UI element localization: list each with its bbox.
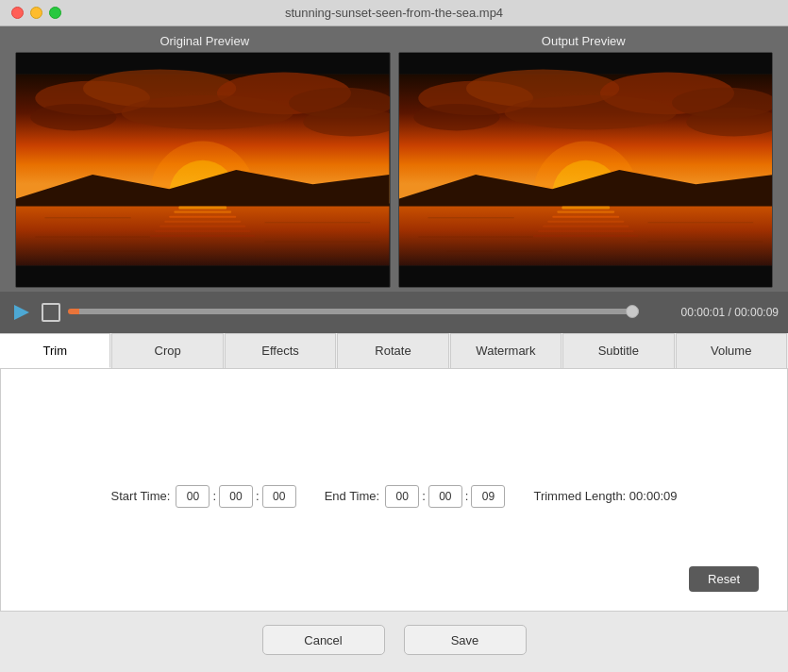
tab-effects[interactable]: Effects — [225, 333, 336, 368]
end-minutes[interactable] — [428, 485, 462, 508]
svg-rect-21 — [150, 235, 256, 237]
trimmed-length-group: Trimmed Length: 00:00:09 — [533, 489, 677, 503]
time-display: 00:00:01 / 00:00:09 — [646, 306, 779, 319]
tabs-row: Trim Crop Effects Rotate Watermark Subti… — [0, 333, 788, 369]
stop-button[interactable] — [42, 303, 60, 322]
minimize-button[interactable] — [30, 7, 42, 19]
svg-point-36 — [504, 95, 677, 130]
trim-controls: Start Time: : : End Time: : — [29, 426, 759, 566]
svg-rect-18 — [164, 221, 241, 223]
start-time-fields: : : — [176, 485, 295, 508]
timeline-thumb[interactable] — [626, 305, 639, 318]
start-seconds[interactable] — [262, 485, 296, 508]
maximize-button[interactable] — [49, 7, 61, 19]
original-video-frame — [16, 53, 390, 287]
svg-rect-20 — [155, 230, 250, 232]
bottom-buttons: Cancel Save — [0, 612, 788, 672]
tab-volume[interactable]: Volume — [676, 333, 787, 368]
svg-rect-44 — [557, 211, 614, 213]
svg-rect-45 — [552, 216, 619, 218]
svg-rect-48 — [538, 230, 633, 232]
svg-rect-1 — [16, 265, 390, 287]
preview-labels: Original Preview Output Preview — [15, 34, 773, 48]
svg-rect-16 — [174, 211, 231, 213]
start-time-label: Start Time: — [111, 489, 171, 503]
end-seconds[interactable] — [471, 485, 505, 508]
controls-bar: 00:00:01 / 00:00:09 — [0, 292, 788, 333]
tab-trim[interactable]: Trim — [0, 333, 110, 368]
svg-rect-29 — [399, 265, 773, 287]
svg-point-8 — [122, 95, 294, 130]
svg-rect-17 — [169, 216, 236, 218]
tab-content-trim: Start Time: : : End Time: : — [0, 369, 788, 612]
start-minutes[interactable] — [219, 485, 253, 508]
original-video — [15, 52, 391, 288]
svg-rect-47 — [543, 226, 629, 227]
start-sep-1: : — [212, 489, 216, 503]
tab-watermark[interactable]: Watermark — [450, 333, 562, 368]
svg-point-35 — [413, 104, 499, 130]
tab-rotate[interactable]: Rotate — [337, 333, 448, 368]
play-button[interactable] — [9, 300, 34, 325]
svg-rect-19 — [159, 226, 245, 227]
trimmed-length-label: Trimmed Length: 00:00:09 — [533, 489, 677, 503]
title-bar: stunning-sunset-seen-from-the-sea.mp4 — [0, 0, 788, 26]
play-icon — [14, 305, 29, 320]
end-time-label: End Time: — [325, 489, 380, 503]
reset-btn-container: Reset — [29, 566, 759, 592]
window-controls — [11, 7, 61, 19]
timeline-track[interactable] — [68, 309, 639, 314]
svg-rect-49 — [532, 235, 638, 237]
svg-rect-0 — [16, 53, 390, 75]
bottom-panel: Trim Crop Effects Rotate Watermark Subti… — [0, 333, 788, 612]
svg-rect-28 — [399, 53, 773, 75]
start-sep-2: : — [256, 489, 260, 503]
window-title: stunning-sunset-seen-from-the-sea.mp4 — [285, 6, 503, 20]
start-time-group: Start Time: : : — [111, 485, 296, 508]
end-time-fields: : : — [385, 485, 505, 508]
close-button[interactable] — [11, 7, 24, 19]
output-video-frame — [399, 53, 773, 287]
reset-button[interactable]: Reset — [689, 566, 759, 592]
timeline-container[interactable] — [68, 309, 639, 316]
preview-section: Original Preview Output Preview — [0, 26, 788, 292]
save-button[interactable]: Save — [404, 625, 527, 655]
svg-point-7 — [30, 104, 116, 130]
svg-rect-43 — [562, 207, 610, 210]
main-content: Original Preview Output Preview — [0, 26, 788, 612]
preview-videos — [15, 52, 773, 288]
end-time-group: End Time: : : — [325, 485, 506, 508]
cancel-button[interactable]: Cancel — [262, 625, 385, 655]
original-preview-label: Original Preview — [15, 34, 394, 48]
tab-crop[interactable]: Crop — [111, 333, 223, 368]
svg-rect-15 — [178, 207, 226, 210]
end-sep-1: : — [422, 489, 426, 503]
start-hours[interactable] — [176, 485, 210, 508]
svg-rect-46 — [547, 221, 624, 223]
output-video — [398, 52, 774, 288]
end-sep-2: : — [465, 489, 469, 503]
tab-subtitle[interactable]: Subtitle — [562, 333, 674, 368]
end-hours[interactable] — [385, 485, 419, 508]
output-preview-label: Output Preview — [394, 34, 774, 48]
